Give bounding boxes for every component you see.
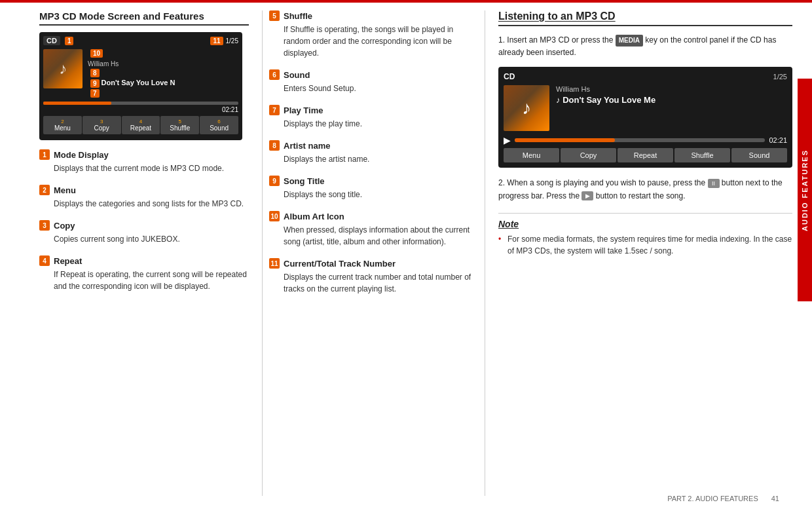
item-repeat: 4 Repeat If Repeat is operating, the cur… [39,255,249,292]
track-info-large: 1/25 [773,73,787,81]
progress-bar-small [43,102,238,105]
progress-row-large: ▶ 02:21 [504,135,787,145]
copy-btn-label: Copy [83,124,121,132]
item-1-title: Mode Display [54,150,109,160]
item-7-desc: Displays the play time. [284,118,471,130]
item-mode-display: 1 Mode Display Displays that the current… [39,149,249,174]
item-1-desc: Displays that the current mode is MP3 CD… [54,162,249,174]
player-mockup-small: CD 1 11 1/25 ♪ 10 Willi [39,32,242,140]
play-icon-large: ▶ [504,135,511,145]
track-info-area: ♪ 10 William Hs 8 9 Don't Say You Love N [43,49,238,98]
listening-title: Listening to an MP3 CD [498,10,792,26]
item-sound: 6 Sound Enters Sound Setup. [269,69,471,94]
listen-step-2: 2. When a song is playing and you wish t… [498,177,792,202]
top-right-nums: 11 1/25 [208,37,238,45]
item-4-header: 4 Repeat [39,255,249,266]
cd-badge: CD [43,36,60,45]
item-6-title: Sound [284,70,310,80]
item-11-title: Current/Total Track Number [284,259,396,269]
menu-btn-num: 2 [43,119,82,124]
num7-badge: 7 [90,89,100,98]
menu-btn-small[interactable]: 2 Menu [43,116,82,134]
footer-text: PART 2. AUDIO FEATURES [667,495,758,502]
track-details-large: William Hs ♪ Don't Say You Love Me [556,85,787,105]
shuffle-btn-large[interactable]: Shuffle [674,148,730,162]
column-3: Listening to an MP3 CD 1. Insert an MP3 … [485,10,792,496]
side-tab-label: AUDIO FEATURES [801,149,809,231]
item-6-header: 6 Sound [269,69,471,80]
time-large: 02:21 [769,136,787,144]
item-3-header: 3 Copy [39,220,249,231]
item-10-title: Album Art Icon [284,212,344,221]
shuffle-btn-label: Shuffle [160,124,199,132]
progress-bar-large [515,138,765,142]
player-top-bar: CD 1 11 1/25 [43,36,238,45]
item-artist-name: 8 Artist name Displays the artist name. [269,140,471,165]
repeat-btn-large[interactable]: Repeat [618,148,673,162]
player-large-center: ♪ William Hs ♪ Don't Say You Love Me [504,85,787,131]
copy-btn-small[interactable]: 3 Copy [83,116,121,134]
sound-btn-num: 6 [200,119,238,124]
item-2-title: Menu [54,185,76,195]
item-9-desc: Displays the song title. [284,189,471,200]
item-8-desc: Displays the artist name. [284,153,471,165]
item-5-desc: If Shuffle is operating, the songs will … [284,24,471,59]
copy-btn-num: 3 [83,119,121,124]
side-tab: AUDIO FEATURES [798,79,812,301]
note-section: Note For some media formats, the system … [498,213,792,257]
item-2-desc: Displays the categories and song lists f… [54,198,249,210]
song-title-text: Don't Say You Love Me [563,95,655,105]
page-number: 41 [771,495,779,502]
track-num-badge: 11 [210,37,223,45]
num10-badge: 10 [90,49,103,58]
album-art-small: ♪ [43,49,83,88]
item-2-header: 2 Menu [39,185,249,195]
shuffle-btn-num: 5 [160,119,199,124]
item-5-num: 5 [269,10,280,21]
mode-num-badge: 1 [65,37,74,45]
shuffle-btn-small[interactable]: 5 Shuffle [160,116,199,134]
item-track-number: 11 Current/Total Track Number Displays t… [269,258,471,295]
album-art-large: ♪ [504,85,549,131]
item-playtime: 7 Play Time Displays the play time. [269,105,471,130]
progress-fill-small [43,102,111,105]
item-shuffle: 5 Shuffle If Shuffle is operating, the s… [269,10,471,59]
item-9-title: Song Title [284,176,325,186]
player-buttons-small: 2 Menu 3 Copy 4 Repeat 5 Shuffle 6 Sou [43,116,238,134]
item-10-desc: When pressed, displays information about… [284,224,471,248]
repeat-btn-small[interactable]: 4 Repeat [122,116,160,134]
music-note-song: ♪ [556,95,561,105]
item-10-num: 10 [269,211,280,221]
music-note-large: ♪ [522,98,531,119]
item-11-desc: Displays the current track number and to… [284,271,471,295]
item-4-num: 4 [39,255,50,266]
item-10-header: 10 Album Art Icon [269,211,471,221]
player-btns-large: Menu Copy Repeat Shuffle Sound [504,148,787,162]
item-5-title: Shuffle [284,11,312,21]
media-badge: MEDIA [616,35,643,47]
item-9-header: 9 Song Title [269,176,471,186]
repeat-btn-num: 4 [122,119,160,124]
item-6-desc: Enters Sound Setup. [284,83,471,94]
copy-btn-large[interactable]: Copy [561,148,616,162]
item-7-num: 7 [269,105,280,115]
track-total-small: 1/25 [226,37,238,45]
item-7-title: Play Time [284,105,323,115]
col1-section-title: MP3 CD Mode Screen and Features [39,10,249,26]
item-menu: 2 Menu Displays the categories and song … [39,185,249,210]
song-title-small: Don't Say You Love N [101,79,175,86]
sound-btn-large[interactable]: Sound [731,148,787,162]
sound-btn-small[interactable]: 6 Sound [200,116,238,134]
item-8-title: Artist name [284,141,331,151]
menu-btn-large[interactable]: Menu [504,148,559,162]
item-song-title: 9 Song Title Displays the song title. [269,176,471,200]
artist-name-small: William Hs [88,60,238,67]
sound-btn-label: Sound [200,124,238,132]
album-art-inner: ♪ [43,49,83,88]
item-3-title: Copy [54,221,75,231]
music-note-icon: ♪ [59,60,67,78]
item-4-title: Repeat [54,256,82,266]
item-11-header: 11 Current/Total Track Number [269,258,471,269]
menu-btn-label: Menu [43,124,82,132]
progress-fill-large [515,138,615,142]
